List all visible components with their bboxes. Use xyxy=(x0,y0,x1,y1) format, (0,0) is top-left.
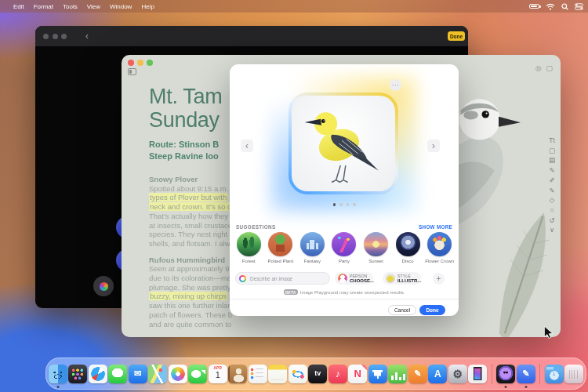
reminders-icon[interactable] xyxy=(249,365,267,383)
battery-icon[interactable] xyxy=(529,4,539,9)
menu-tools[interactable]: Tools xyxy=(63,3,78,10)
dock-downloads[interactable]: ↓ xyxy=(545,365,564,383)
dock-settings[interactable]: ⚙ xyxy=(448,365,467,383)
pen-icon[interactable]: ✎ xyxy=(549,165,554,176)
pages-icon[interactable]: ✎ xyxy=(408,365,427,383)
suggestion-forest[interactable]: Forest xyxy=(234,232,263,263)
add-button[interactable]: + xyxy=(433,273,445,285)
maps-icon[interactable] xyxy=(148,365,167,383)
suggestion-party[interactable]: Party xyxy=(329,232,359,263)
dock-reminders[interactable] xyxy=(249,365,267,383)
tv-icon[interactable]: tv xyxy=(308,365,327,383)
suggestion-flower-crown[interactable]: Flower Crown xyxy=(425,232,455,263)
describe-image-input[interactable] xyxy=(235,272,330,285)
suggestion-thumb[interactable] xyxy=(300,232,325,256)
dock-facetime[interactable] xyxy=(188,365,207,383)
menu-edit[interactable]: Edit xyxy=(13,3,24,10)
search-icon[interactable] xyxy=(561,3,568,10)
style-chip[interactable]: STYLE ILLUSTR... xyxy=(383,272,421,285)
undo-icon[interactable]: ↺ xyxy=(549,216,554,226)
dock-messages[interactable] xyxy=(108,365,127,383)
keynote-icon[interactable] xyxy=(368,365,387,383)
more-options-button[interactable]: ··· xyxy=(390,79,401,91)
eraser-icon[interactable]: ○ xyxy=(550,205,554,216)
page-dot[interactable] xyxy=(347,203,350,206)
cancel-button[interactable]: Cancel xyxy=(388,305,416,315)
trash-icon[interactable] xyxy=(564,365,583,383)
suggestion-thumb[interactable] xyxy=(237,232,261,256)
dock-music[interactable]: ♪ xyxy=(328,365,347,383)
page-dot[interactable] xyxy=(339,203,343,206)
settings-icon[interactable]: ⚙ xyxy=(448,365,467,383)
numbers-icon[interactable] xyxy=(388,365,407,383)
photos-icon[interactable] xyxy=(169,365,187,383)
zoom-icon[interactable] xyxy=(147,60,153,66)
traffic-lights[interactable] xyxy=(43,34,67,39)
safari-icon[interactable] xyxy=(89,365,107,383)
suggestion-thumb[interactable] xyxy=(364,232,388,256)
dock-maps[interactable] xyxy=(148,365,167,383)
image-playground-icon[interactable] xyxy=(496,365,515,383)
suggestion-potted-plant[interactable]: Potted Plant xyxy=(266,232,296,263)
next-image-button[interactable]: › xyxy=(427,140,440,152)
notes-icon[interactable] xyxy=(268,365,287,383)
freeform-icon[interactable] xyxy=(289,365,307,383)
dock-contacts[interactable] xyxy=(228,365,247,383)
previous-image-button[interactable]: ‹ xyxy=(241,140,253,152)
messages-icon[interactable] xyxy=(108,365,127,383)
crop-icon[interactable]: ▢ xyxy=(549,146,555,156)
appstore-icon[interactable]: A xyxy=(428,365,447,383)
show-more-link[interactable]: SHOW MORE xyxy=(419,224,452,230)
dock-news[interactable]: N xyxy=(348,365,367,383)
music-icon[interactable]: ♪ xyxy=(328,365,347,383)
back-icon[interactable]: ‹ xyxy=(85,31,89,41)
shapes-icon[interactable]: ◇ xyxy=(550,195,555,205)
suggestion-sunset[interactable]: Sunset xyxy=(361,232,391,263)
dock-calendar[interactable]: APR1 xyxy=(209,365,227,383)
text-editor-icon[interactable]: ✎ xyxy=(517,365,535,383)
sidebar-toggle-icon[interactable] xyxy=(128,68,136,75)
dock-finder[interactable] xyxy=(49,365,67,383)
dock-image-playground[interactable] xyxy=(496,365,515,383)
mail-icon[interactable]: ✉ xyxy=(129,365,147,383)
dock-safari[interactable] xyxy=(89,365,107,383)
dock-numbers[interactable] xyxy=(388,365,407,383)
dock-trash[interactable] xyxy=(564,365,583,383)
suggestion-fantasy[interactable]: Fantasy xyxy=(297,232,327,263)
dock-text-editor[interactable]: ✎ xyxy=(517,365,535,383)
menu-format[interactable]: Format xyxy=(34,3,53,10)
menu-window[interactable]: Window xyxy=(110,3,132,10)
menu-view[interactable]: View xyxy=(87,3,100,10)
suggestion-thumb[interactable] xyxy=(427,232,452,256)
control-center-icon[interactable] xyxy=(575,3,583,10)
suggestion-thumb[interactable] xyxy=(332,232,356,256)
dock-tv[interactable]: tv xyxy=(308,365,327,383)
dock-appstore[interactable]: A xyxy=(428,365,447,383)
wifi-icon[interactable] xyxy=(546,3,555,10)
page-dot[interactable] xyxy=(333,203,336,206)
dock-keynote[interactable] xyxy=(368,365,387,383)
calendar-icon[interactable]: APR1 xyxy=(209,365,227,383)
finder-icon[interactable] xyxy=(49,365,67,383)
dock-mail[interactable]: ✉ xyxy=(129,365,147,383)
dock-freeform[interactable] xyxy=(289,365,307,383)
compose-icon[interactable]: ▢ xyxy=(546,64,553,72)
dock-notes[interactable] xyxy=(268,365,287,383)
window-titlebar[interactable]: ‹ Done xyxy=(35,26,468,46)
facetime-icon[interactable] xyxy=(188,365,207,383)
suggestion-thumb[interactable] xyxy=(396,232,420,256)
share-icon[interactable]: ◎ xyxy=(535,64,542,72)
dock-photos[interactable] xyxy=(169,365,187,383)
playground-done-button[interactable]: Done xyxy=(448,31,465,41)
generated-image-frame[interactable] xyxy=(289,93,398,194)
page-dot[interactable] xyxy=(353,203,356,206)
media-icon[interactable]: ▤ xyxy=(549,155,555,165)
iphone-mirroring-icon[interactable] xyxy=(468,365,487,383)
person-chip[interactable]: PERSON CHOOSE... xyxy=(335,272,373,285)
marker-icon[interactable]: ✐ xyxy=(549,176,554,186)
minimize-icon[interactable] xyxy=(137,60,143,66)
dock-pages[interactable]: ✎ xyxy=(408,365,427,383)
close-icon[interactable] xyxy=(128,60,134,66)
pencil-icon[interactable]: ✎ xyxy=(549,186,554,196)
more-tools-icon[interactable]: ∨ xyxy=(550,225,554,235)
